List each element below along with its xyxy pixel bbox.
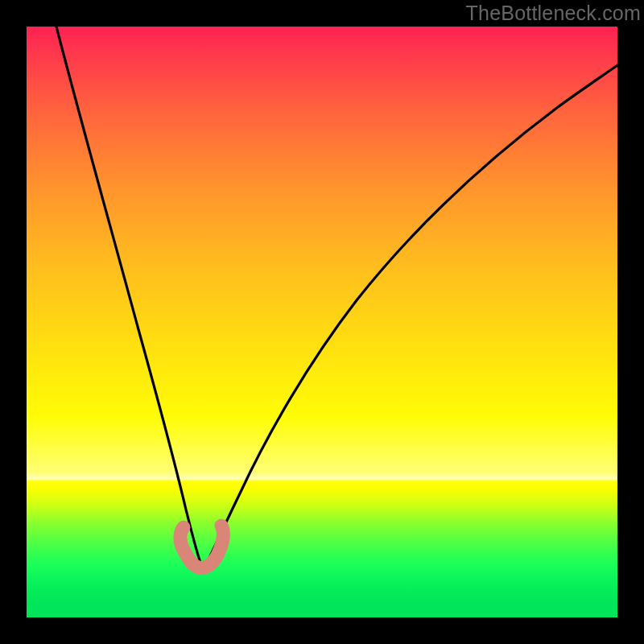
- marker-blob: [180, 526, 223, 568]
- watermark-text: TheBottleneck.com: [466, 2, 641, 25]
- plot-area: [27, 27, 617, 617]
- chart-frame: TheBottleneck.com: [0, 0, 644, 644]
- curve-layer: [27, 27, 617, 617]
- bottleneck-curve: [56, 27, 617, 567]
